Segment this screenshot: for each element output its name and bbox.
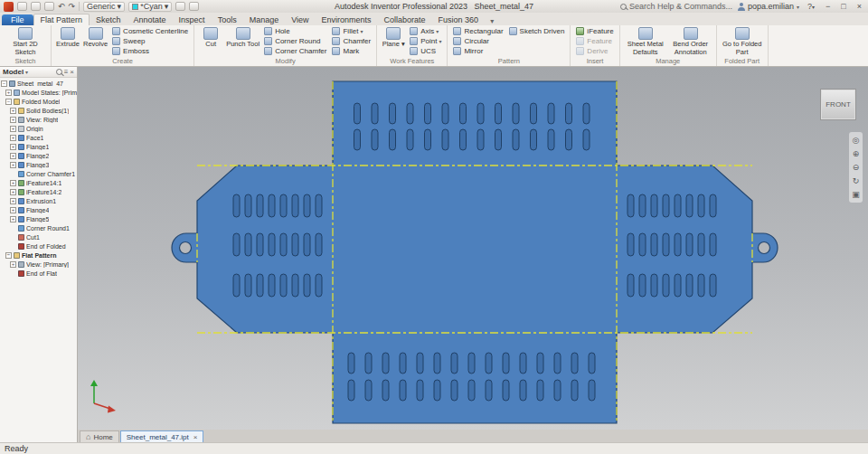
browser-close-icon[interactable]: × — [70, 68, 74, 76]
button-cosmetic-centerline[interactable]: Cosmetic Centerline — [109, 26, 191, 36]
slot[interactable] — [698, 233, 704, 256]
minimize-button[interactable]: − — [823, 2, 833, 11]
expander-icon[interactable]: + — [5, 90, 12, 96]
slot[interactable] — [269, 274, 275, 297]
orbit-icon[interactable]: ↻ — [853, 176, 860, 185]
tree-item-solid-bodies-1[interactable]: +Solid Bodies(1) — [0, 106, 77, 115]
slot[interactable] — [639, 233, 646, 256]
slot[interactable] — [589, 380, 595, 401]
slot[interactable] — [468, 380, 475, 401]
material-dropdown[interactable]: Generic ▾ — [83, 2, 125, 12]
slot[interactable] — [513, 129, 519, 150]
slot[interactable] — [400, 353, 406, 374]
slot[interactable] — [434, 380, 440, 401]
tree-item-flange5[interactable]: +Flange5 — [0, 214, 77, 223]
button-mark[interactable]: Mark — [329, 46, 373, 56]
slot[interactable] — [589, 353, 595, 374]
slot[interactable] — [486, 380, 492, 401]
tab-view[interactable]: View — [285, 14, 315, 25]
tab-document[interactable]: Sheet_metal_47.ipt × — [120, 430, 204, 442]
slot[interactable] — [627, 233, 634, 256]
tree-item-end-of-flat[interactable]: +End of Flat — [0, 269, 77, 278]
slot[interactable] — [639, 194, 646, 217]
slot[interactable] — [257, 194, 263, 217]
redo-icon[interactable]: ↷ — [69, 2, 76, 11]
tree-item-extrusion1[interactable]: +Extrusion1 — [0, 196, 77, 205]
expander-icon[interactable]: + — [10, 189, 16, 195]
slot[interactable] — [513, 103, 519, 124]
tree-item-view-primary[interactable]: +View: [Primary] — [0, 260, 77, 269]
expander-icon[interactable]: + — [10, 108, 16, 114]
slot[interactable] — [316, 233, 322, 256]
slot[interactable] — [407, 129, 413, 150]
browser-list-icon[interactable]: ≡ — [64, 68, 69, 76]
slot[interactable] — [663, 274, 669, 297]
tab-sketch[interactable]: Sketch — [90, 14, 127, 25]
slot[interactable] — [407, 103, 413, 124]
expander-icon[interactable]: − — [1, 80, 7, 87]
graphics-window[interactable]: FRONT ◎ ⊕ ⊖ ↻ ▣ — [78, 67, 868, 430]
button-derive[interactable]: Derive — [573, 46, 616, 56]
slot[interactable] — [460, 129, 467, 150]
tab-inspect[interactable]: Inspect — [173, 14, 212, 25]
look-at-icon[interactable]: ▣ — [852, 190, 860, 199]
expander-icon[interactable]: + — [10, 144, 16, 150]
tree-item-origin[interactable]: +Origin — [0, 124, 77, 133]
tab-file[interactable]: File — [2, 14, 33, 25]
slot[interactable] — [382, 353, 389, 374]
button-revolve[interactable]: Revolve — [81, 25, 109, 57]
expander-icon[interactable]: + — [10, 207, 16, 213]
slot[interactable] — [675, 274, 681, 297]
slot[interactable] — [663, 194, 669, 217]
button-mirror[interactable]: Mirror — [450, 46, 505, 56]
help-menu[interactable]: ?▾ — [805, 2, 817, 11]
tab-annotate[interactable]: Annotate — [127, 14, 173, 25]
slot[interactable] — [280, 194, 287, 217]
expander-icon[interactable]: − — [5, 99, 12, 105]
expander-icon[interactable]: + — [10, 117, 16, 123]
maximize-button[interactable]: □ — [838, 2, 848, 11]
button-axis[interactable]: Axis▾ — [407, 26, 444, 36]
slot[interactable] — [520, 353, 526, 374]
slot[interactable] — [434, 353, 440, 374]
measure-icon[interactable] — [175, 2, 185, 11]
expander-icon[interactable]: − — [5, 252, 12, 259]
slot[interactable] — [390, 129, 396, 150]
slot[interactable] — [233, 194, 240, 217]
slot[interactable] — [245, 233, 251, 256]
slot[interactable] — [372, 103, 378, 124]
button-corner-round[interactable]: Corner Round — [261, 36, 329, 46]
expander-icon[interactable]: + — [10, 135, 16, 141]
chevron-down-icon[interactable]: ▾ — [25, 69, 28, 75]
slot[interactable] — [451, 353, 458, 374]
pan-icon[interactable]: ⊕ — [853, 149, 860, 158]
slot[interactable] — [354, 129, 361, 150]
button-start-2d-sketch[interactable]: Start 2D Sketch — [3, 25, 48, 57]
slot[interactable] — [537, 353, 543, 374]
button-hole[interactable]: Hole — [261, 26, 329, 36]
tab-environments[interactable]: Environments — [316, 14, 378, 25]
slot[interactable] — [698, 274, 704, 297]
undo-icon[interactable]: ↶ — [58, 2, 65, 11]
expander-icon[interactable]: + — [10, 261, 16, 268]
slot[interactable] — [651, 274, 657, 297]
slot[interactable] — [280, 233, 287, 256]
slot[interactable] — [304, 274, 310, 297]
button-go-to-folded-part[interactable]: Go to Folded Part — [720, 25, 765, 57]
tree-item-corner-round1[interactable]: +Corner Round1 — [0, 223, 77, 232]
tree-item-cut1[interactable]: +Cut1 — [0, 232, 77, 241]
save-icon[interactable] — [44, 2, 54, 11]
zoom-icon[interactable]: ⊖ — [853, 163, 860, 172]
open-icon[interactable] — [31, 2, 41, 11]
slot[interactable] — [531, 103, 537, 124]
slot[interactable] — [627, 194, 634, 217]
slot[interactable] — [675, 194, 681, 217]
slot[interactable] — [442, 103, 448, 124]
slot[interactable] — [520, 380, 526, 401]
button-rectangular[interactable]: Rectangular — [450, 26, 505, 36]
slot[interactable] — [245, 194, 251, 217]
slot[interactable] — [537, 380, 543, 401]
slot[interactable] — [354, 103, 361, 124]
slot[interactable] — [417, 380, 423, 401]
expander-icon[interactable]: + — [10, 216, 16, 222]
